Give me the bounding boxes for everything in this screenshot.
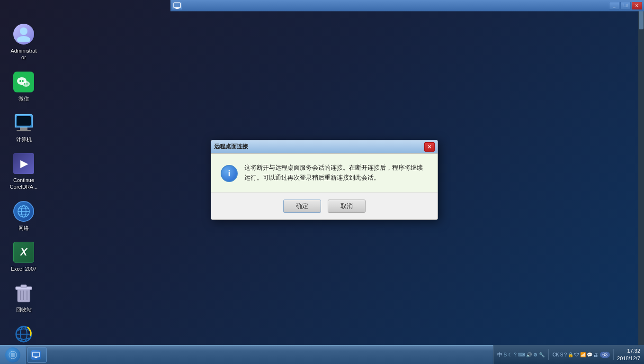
dialog-confirm-btn[interactable]: 确定 [283,200,321,213]
remote-desktop-dialog: 远程桌面连接 ✕ i 这将断开与远程桌面服务会话的连接。在断开连接后，程序将继续… [211,140,438,220]
desktop: _ ❐ ✕ Administrator [0,0,644,364]
dialog-titlebar: 远程桌面连接 ✕ [211,140,438,154]
dialog-footer: 确定 取消 [211,192,438,219]
dialog-cancel-btn[interactable]: 取消 [328,200,366,213]
dialog-message-text: 这将断开与远程桌面服务会话的连接。在断开连接后，程序将继续运行。可以通过再次登录… [244,163,428,183]
dialog-title: 远程桌面连接 [214,143,248,151]
dialog-overlay: 远程桌面连接 ✕ i 这将断开与远程桌面服务会话的连接。在断开连接后，程序将继续… [0,0,644,364]
dialog-close-btn[interactable]: ✕ [424,142,435,152]
dialog-body: i 这将断开与远程桌面服务会话的连接。在断开连接后，程序将继续运行。可以通过再次… [211,154,438,192]
dialog-info-icon: i [221,165,238,182]
